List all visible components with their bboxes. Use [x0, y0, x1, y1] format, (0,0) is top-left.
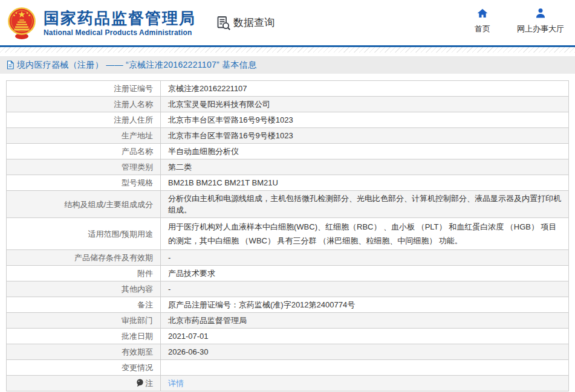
home-icon: [476, 7, 489, 19]
row-label: 其他内容: [7, 281, 161, 297]
user-icon: [534, 7, 547, 19]
row-label: 审批部门: [7, 313, 161, 329]
detail-link[interactable]: 详情: [168, 379, 184, 388]
data-query-label: 数据查询: [233, 16, 275, 30]
row-label: 产品名称: [7, 144, 161, 159]
row-value: 产品技术要求: [161, 266, 569, 281]
row-value: 北京市药品监督管理局: [161, 313, 569, 329]
table-row: 管理类别 第二类: [7, 159, 569, 175]
row-value: 北京宝灵曼阳光科技有限公司: [161, 97, 569, 112]
document-search-icon: [215, 15, 231, 31]
row-value: 详情: [161, 376, 569, 391]
nav-item-label: 网上办事大厅: [517, 24, 564, 34]
row-label: 批准日期: [7, 329, 161, 344]
breadcrumb-text: 境内医疗器械（注册） —— “京械注准20162221107” 基本信息: [17, 60, 256, 71]
table-row: 产品储存条件及有效期 -: [7, 250, 569, 266]
row-label: 适用范围/预期用途: [7, 218, 161, 250]
table-row: 适用范围/预期用途 用于医疗机构对人血液样本中白细胞(WBC)、红细胞（RBC）…: [7, 218, 569, 250]
table-row: 产品名称 半自动血细胞分析仪: [7, 144, 569, 159]
row-value: -: [161, 250, 569, 266]
table-row: 变更情况: [7, 360, 569, 376]
site-title-block: 国家药品监督管理局 National Medical Products Admi…: [44, 9, 196, 37]
nmpa-emblem-logo: [6, 7, 37, 40]
table-row: 注册证编号 京械注准20162221107: [7, 81, 569, 97]
row-label: 附件: [7, 266, 161, 281]
table-row: 结构及组成/主要组成成分 分析仪由主机和电源线组成，主机包括微孔检测部分、光电比…: [7, 191, 569, 218]
site-title: 国家药品监督管理局: [44, 9, 196, 27]
row-label: 注册人名称: [7, 97, 161, 112]
row-value: 北京市丰台区丰管路16号9号楼1023: [161, 128, 569, 144]
page-header: 国家药品监督管理局 National Medical Products Admi…: [0, 0, 575, 45]
row-label: 管理类别: [7, 159, 161, 175]
nav-item-label: 首页: [475, 24, 490, 34]
row-label: 型号规格: [7, 175, 161, 191]
row-label: 生产地址: [7, 128, 161, 144]
row-label: 注: [7, 376, 161, 391]
hatched-strip: [0, 47, 575, 53]
row-label: 变更情况: [7, 360, 161, 376]
table-row: 附件 产品技术要求: [7, 266, 569, 281]
row-value: 半自动血细胞分析仪: [161, 144, 569, 159]
row-label: 产品储存条件及有效期: [7, 250, 161, 266]
row-label: 有效期至: [7, 344, 161, 360]
row-label: 注册人住所: [7, 112, 161, 128]
table-row: 注 详情: [7, 376, 569, 391]
table-row: 注册人名称 北京宝灵曼阳光科技有限公司: [7, 97, 569, 112]
table-row: 审批部门 北京市药品监督管理局: [7, 313, 569, 329]
row-value: 第二类: [161, 159, 569, 175]
table-row: 有效期至 2026-06-30: [7, 344, 569, 360]
row-value: 2021-07-01: [161, 329, 569, 344]
row-label: 注册证编号: [7, 81, 161, 97]
top-nav: 首页 网上办事大厅: [475, 7, 564, 34]
nav-item-home[interactable]: 首页: [475, 7, 490, 34]
row-value: [161, 360, 569, 376]
table-row: 备注 原产品注册证编号：京药监械(准)字2012第2400774号: [7, 297, 569, 313]
row-value: BM21B BM21C BM21T BM21U: [161, 175, 569, 191]
row-value: 2026-06-30: [161, 344, 569, 360]
row-value: 北京市丰台区丰管路16号9号楼1023: [161, 112, 569, 128]
breadcrumb: 境内医疗器械（注册） —— “京械注准20162221107” 基本信息: [0, 56, 575, 74]
row-label: 结构及组成/主要组成成分: [7, 191, 161, 218]
table-row: 型号规格 BM21B BM21C BM21T BM21U: [7, 175, 569, 191]
row-label: 备注: [7, 297, 161, 313]
table-row: 注册人住所 北京市丰台区丰管路16号9号楼1023: [7, 112, 569, 128]
table-row: 其他内容 -: [7, 281, 569, 297]
registration-info-table-wrap: 注册证编号 京械注准20162221107 注册人名称 北京宝灵曼阳光科技有限公…: [0, 74, 575, 391]
site-subtitle: National Medical Products Administration: [44, 28, 196, 37]
document-icon: [6, 60, 15, 69]
nav-item-service-hall[interactable]: 网上办事大厅: [517, 7, 564, 34]
table-row: 生产地址 北京市丰台区丰管路16号9号楼1023: [7, 128, 569, 144]
data-query-section[interactable]: 数据查询: [215, 15, 275, 31]
row-label-text: 注: [145, 379, 153, 388]
row-value: 用于医疗机构对人血液样本中白细胞(WBC)、红细胞（RBC） 、血小板 （PLT…: [161, 218, 569, 250]
row-value: -: [161, 281, 569, 297]
note-balloon-icon: [136, 379, 144, 387]
row-value: 原产品注册证编号：京药监械(准)字2012第2400774号: [161, 297, 569, 313]
row-value: 京械注准20162221107: [161, 81, 569, 97]
registration-info-table: 注册证编号 京械注准20162221107 注册人名称 北京宝灵曼阳光科技有限公…: [6, 80, 569, 391]
table-row: 批准日期 2021-07-01: [7, 329, 569, 344]
row-value: 分析仪由主机和电源线组成，主机包括微孔检测部分、光电比色部分、计算机控制部分、液…: [161, 191, 569, 218]
